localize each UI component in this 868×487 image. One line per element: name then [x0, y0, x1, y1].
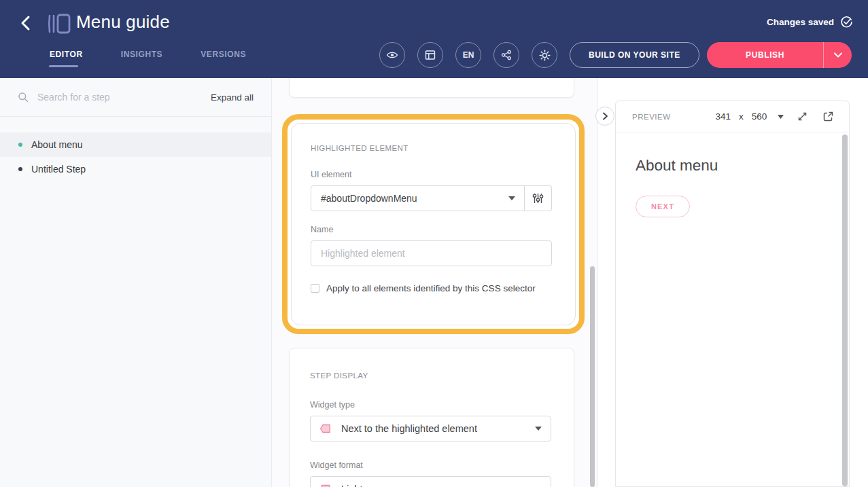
layout-button[interactable] — [417, 42, 443, 68]
tab-editor[interactable]: EDITOR — [50, 50, 83, 73]
chevron-down-icon — [535, 427, 542, 431]
preview-scrollbar-thumb[interactable] — [842, 134, 848, 486]
open-in-new-window-button[interactable] — [822, 111, 834, 122]
language-badge: EN — [463, 50, 474, 60]
save-status: Changes saved — [767, 16, 853, 29]
layout-icon — [425, 50, 436, 60]
widget-type-label: Widget type — [310, 400, 553, 410]
collapse-preview-button[interactable] — [595, 107, 614, 126]
tab-versions-label: VERSIONS — [201, 50, 246, 59]
settings-button[interactable] — [532, 42, 557, 68]
checkbox-unchecked[interactable] — [311, 284, 319, 293]
gear-icon — [539, 50, 551, 61]
share-icon — [501, 50, 512, 60]
step-item-untitled-step[interactable]: Untitled Step — [0, 157, 271, 181]
ui-element-select[interactable]: #aboutDropdownMenu — [311, 185, 525, 211]
build-on-your-site-button[interactable]: BUILD ON YOUR SITE — [570, 42, 699, 68]
callout-widget-icon — [319, 482, 332, 487]
back-icon[interactable] — [19, 15, 33, 31]
header-tabs: EDITOR INSIGHTS VERSIONS — [50, 50, 246, 73]
publish-split-button[interactable]: PUBLISH — [707, 42, 852, 68]
active-tab-underline — [49, 65, 78, 67]
build-on-your-site-label: BUILD ON YOUR SITE — [589, 50, 680, 60]
step-item-about-menu[interactable]: About menu — [0, 132, 271, 157]
apply-to-all-checkbox-row[interactable]: Apply to all elements identified by this… — [311, 283, 556, 293]
section-heading: STEP DISPLAY — [310, 372, 553, 380]
tab-editor-label: EDITOR — [50, 50, 83, 59]
page-title: Menu guide — [76, 12, 170, 33]
step-item-label: About menu — [31, 139, 83, 150]
callout-widget-icon — [319, 422, 332, 435]
expand-preview-button[interactable] — [797, 111, 808, 122]
step-status-dot — [18, 143, 22, 147]
external-link-icon — [822, 111, 834, 122]
widget-format-value: Light — [341, 484, 535, 487]
preview-height-value: 560 — [752, 111, 767, 122]
highlighted-element-card-focus-ring: HIGHLIGHTED ELEMENT UI element #aboutDro… — [282, 114, 585, 334]
tab-versions[interactable]: VERSIONS — [201, 50, 246, 73]
search-input[interactable] — [37, 92, 211, 103]
section-heading: HIGHLIGHTED ELEMENT — [311, 144, 556, 152]
apply-to-all-label: Apply to all elements identified by this… — [326, 283, 536, 293]
preview-header: PREVIEW 341 x 560 — [616, 101, 849, 132]
eye-icon — [386, 50, 398, 60]
top-navbar: Menu guide EDITOR INSIGHTS VERSIONS EN — [0, 0, 868, 78]
step-search-row: Expand all — [0, 78, 271, 117]
step-status-dot — [18, 167, 22, 171]
preview-width-value: 341 — [716, 111, 731, 122]
check-circle-icon — [840, 16, 853, 29]
step-editor-panel: HIGHLIGHTED ELEMENT UI element #aboutDro… — [272, 78, 597, 487]
preview-size-dropdown[interactable]: 341 x 560 — [716, 111, 784, 122]
preview-step-title: About menu — [636, 157, 849, 175]
size-separator: x — [739, 111, 744, 122]
steps-sidebar: Expand all About menu Untitled Step — [0, 78, 272, 487]
tune-sliders-icon — [532, 192, 544, 204]
chevron-right-icon — [602, 112, 609, 120]
chevron-down-icon — [508, 196, 515, 200]
widget-format-select[interactable]: Light — [310, 476, 551, 487]
ui-element-label: UI element — [311, 170, 556, 179]
widget-format-label: Widget format — [310, 461, 553, 470]
tab-insights[interactable]: INSIGHTS — [121, 50, 162, 73]
name-label: Name — [311, 225, 556, 234]
next-button[interactable]: NEXT — [636, 196, 690, 217]
save-status-text: Changes saved — [767, 17, 834, 27]
preview-panel: PREVIEW 341 x 560 About menu NEXT — [615, 101, 850, 487]
widget-type-select[interactable]: Next to the highlighted element — [310, 416, 551, 441]
search-icon — [18, 92, 29, 103]
expand-arrows-icon — [797, 111, 808, 122]
panel-divider — [597, 78, 597, 487]
element-selector-settings-button[interactable] — [525, 185, 552, 211]
chevron-down-icon — [833, 52, 843, 58]
step-display-card: STEP DISPLAY Widget type Next to the hig… — [289, 348, 574, 487]
editor-scrollbar-thumb[interactable] — [590, 266, 595, 487]
expand-all-link[interactable]: Expand all — [211, 92, 254, 103]
share-button[interactable] — [493, 42, 519, 68]
preview-heading: PREVIEW — [632, 113, 671, 121]
publish-button[interactable]: PUBLISH — [707, 42, 823, 68]
ui-element-value: #aboutDropdownMenu — [321, 193, 508, 204]
highlighted-element-card: HIGHLIGHTED ELEMENT UI element #aboutDro… — [291, 123, 576, 325]
widget-type-value: Next to the highlighted element — [341, 423, 535, 434]
preview-eye-button[interactable] — [379, 42, 405, 68]
tab-insights-label: INSIGHTS — [121, 50, 162, 59]
chevron-down-icon — [778, 115, 784, 119]
highlighted-element-name-input[interactable] — [311, 240, 552, 266]
step-list: About menu Untitled Step — [0, 132, 271, 181]
publish-dropdown-toggle[interactable] — [823, 42, 852, 68]
app-logo-icon — [46, 12, 72, 36]
step-item-label: Untitled Step — [31, 164, 86, 175]
language-button[interactable]: EN — [455, 42, 481, 68]
